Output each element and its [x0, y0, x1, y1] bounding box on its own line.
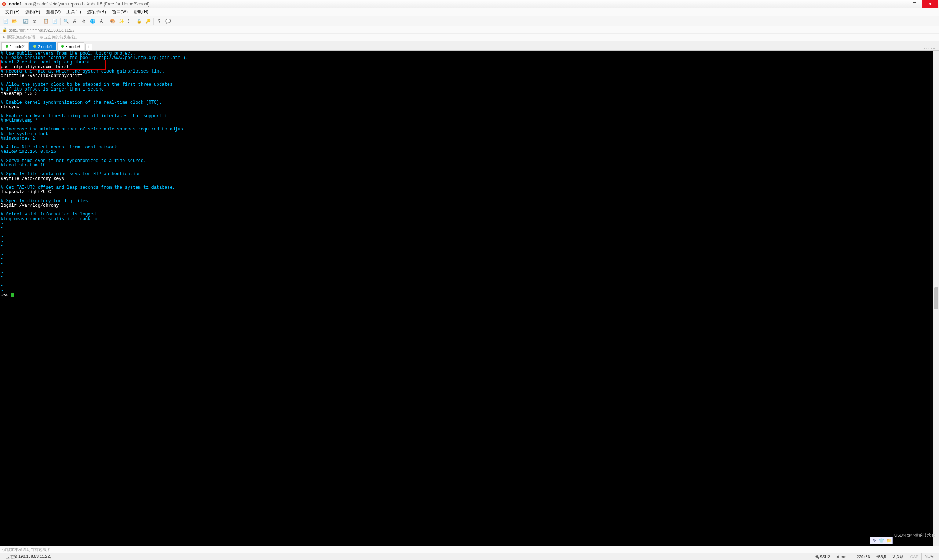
scrollbar[interactable]	[933, 51, 939, 546]
add-tab-button[interactable]: +	[85, 44, 92, 50]
ime-lang-button[interactable]: 英	[870, 537, 878, 544]
hintbar: ➤ 要添加当前会话，点击左侧的箭头按钮。	[0, 34, 939, 41]
status-term: xterm	[833, 553, 850, 560]
fullscreen-icon[interactable]: ⛶	[126, 17, 134, 25]
status-dot-icon	[61, 45, 64, 48]
globe-icon[interactable]: 🌐	[88, 17, 97, 25]
menu-edit[interactable]: 编辑(E)	[22, 9, 43, 15]
menubar: 文件(F) 编辑(E) 查看(V) 工具(T) 选项卡(B) 窗口(W) 帮助(…	[0, 8, 939, 16]
highlight-icon[interactable]: ✨	[117, 17, 125, 25]
paste-icon[interactable]: 📄	[51, 17, 59, 25]
menu-tabs[interactable]: 选项卡(B)	[84, 9, 109, 15]
window-controls: — ☐ ✕	[891, 0, 937, 8]
tab-node3[interactable]: 3 node3	[57, 42, 84, 50]
reconnect-icon[interactable]: 🔄	[22, 17, 30, 25]
search-icon[interactable]: 🔍	[62, 17, 70, 25]
ime-tool-icon[interactable]: 📁	[885, 537, 893, 544]
lock-icon[interactable]: 🔒	[135, 17, 143, 25]
ime-toolbar[interactable]: 英 👕 📁	[870, 537, 893, 544]
window-title: root@node1:/etc/yum.repos.d - Xshell 5 (…	[25, 2, 149, 6]
ime-skin-icon[interactable]: 👕	[878, 537, 885, 544]
minimize-button[interactable]: —	[891, 0, 907, 8]
menu-view[interactable]: 查看(V)	[43, 9, 63, 15]
menu-tools[interactable]: 工具(T)	[63, 9, 83, 15]
new-session-icon[interactable]: 📄	[2, 17, 9, 25]
session-name: node1	[9, 2, 22, 6]
tab-overflow-icon[interactable]: • • • ◂ ▸	[924, 46, 937, 50]
svg-point-1	[3, 3, 5, 5]
tab-label: 3 node3	[66, 45, 80, 49]
print-icon[interactable]: 🖨	[71, 17, 79, 25]
toolbar: 📄 📂 🔄 ⊘ 📋 📄 🔍 🖨 ⚙ 🌐 A 🎨 ✨ ⛶ 🔒 🔑 ? 💬	[0, 16, 939, 26]
help-icon[interactable]: ?	[155, 17, 163, 25]
chat-icon[interactable]: 💬	[164, 17, 172, 25]
send-hint: 仅将文本发送到当前选项卡	[0, 546, 939, 553]
lock-small-icon: 🔒	[2, 28, 7, 32]
resize-icon: ↔	[853, 554, 857, 559]
key-icon[interactable]: 🔑	[144, 17, 152, 25]
color-icon[interactable]: 🎨	[109, 17, 117, 25]
open-icon[interactable]: 📂	[10, 17, 19, 25]
status-caps: CAP	[907, 553, 921, 560]
status-cursor: ⌖ 56,5	[873, 553, 889, 560]
status-num: NUM	[921, 553, 937, 560]
titlebar: node1 root@node1:/etc/yum.repos.d - Xshe…	[0, 0, 939, 8]
send-hint-text: 仅将文本发送到当前选项卡	[2, 547, 51, 552]
status-dot-icon	[6, 45, 8, 48]
maximize-button[interactable]: ☐	[907, 0, 922, 8]
tabbar: 1 node2 2 node1 3 node3 + • • • ◂ ▸	[0, 41, 939, 51]
font-icon[interactable]: A	[97, 17, 105, 25]
tab-label: 1 node2	[10, 45, 25, 49]
close-button[interactable]: ✕	[922, 0, 937, 8]
status-proto: 🔌 SSH2	[811, 553, 833, 560]
status-sessions: 3 会话	[889, 553, 907, 560]
scroll-thumb[interactable]	[934, 287, 938, 309]
status-connection: 已连接 192.168.63.11:22。	[2, 553, 57, 560]
hint-text: 要添加当前会话，点击左侧的箭头按钮。	[7, 34, 80, 40]
terminal-wrap: # Use public servers from the pool.ntp.o…	[0, 51, 939, 546]
address-url: ssh://root:********@192.168.63.11:22	[9, 28, 74, 32]
disconnect-icon[interactable]: ⊘	[31, 17, 39, 25]
menu-help[interactable]: 帮助(H)	[131, 9, 151, 15]
menu-window[interactable]: 窗口(W)	[109, 9, 131, 15]
status-dot-icon	[33, 45, 36, 48]
hint-arrow-icon[interactable]: ➤	[2, 35, 6, 40]
app-icon	[2, 2, 6, 6]
terminal[interactable]: # Use public servers from the pool.ntp.o…	[0, 51, 933, 546]
statusbar: 已连接 192.168.63.11:22。 🔌 SSH2 xterm ↔ 229…	[0, 553, 939, 560]
tab-node2[interactable]: 1 node2	[2, 42, 29, 50]
menu-file[interactable]: 文件(F)	[2, 9, 22, 15]
tab-node1[interactable]: 2 node1	[29, 42, 57, 50]
tab-label: 2 node1	[38, 45, 52, 49]
status-size: ↔ 229x56	[850, 553, 873, 560]
plug-icon: 🔌	[814, 554, 819, 559]
copy-icon[interactable]: 📋	[42, 17, 50, 25]
properties-icon[interactable]: ⚙	[80, 17, 88, 25]
addressbar[interactable]: 🔒 ssh://root:********@192.168.63.11:22	[0, 26, 939, 34]
